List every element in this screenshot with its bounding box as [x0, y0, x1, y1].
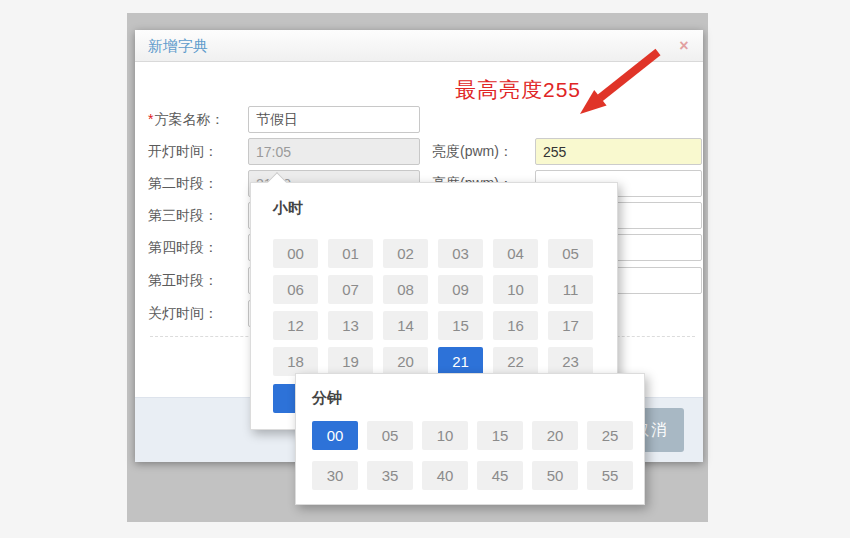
hour-cell[interactable]: 07	[328, 275, 373, 304]
minute-picker-header: 分钟	[312, 388, 342, 408]
form-row-scheme: *方案名称：	[135, 106, 703, 133]
hour-cell[interactable]: 00	[273, 239, 318, 268]
annotation-max-brightness: 最高亮度255	[455, 76, 581, 104]
minute-picker-popup: 分钟 000510152025303540455055	[295, 373, 645, 505]
minute-cell[interactable]: 00	[312, 421, 358, 450]
page: 新增字典 × *方案名称： 开灯时间： 亮度(pwm)： 第二时段： 亮度(pw…	[0, 0, 850, 538]
hour-cell[interactable]: 16	[493, 311, 538, 340]
brightness-input-1[interactable]	[535, 138, 702, 165]
period-4-label: 第四时段：	[148, 234, 246, 261]
hour-cell[interactable]: 04	[493, 239, 538, 268]
hour-cell[interactable]: 05	[548, 239, 593, 268]
hour-cell[interactable]: 20	[383, 347, 428, 376]
form-row-light-on: 开灯时间： 亮度(pwm)：	[135, 138, 703, 165]
hour-cell[interactable]: 01	[328, 239, 373, 268]
hour-cell[interactable]: 06	[273, 275, 318, 304]
minute-cell[interactable]: 50	[532, 461, 578, 490]
minute-cell[interactable]: 05	[367, 421, 413, 450]
hour-cell[interactable]: 23	[548, 347, 593, 376]
scheme-name-label: *方案名称：	[148, 106, 246, 133]
brightness-label-1: 亮度(pwm)：	[432, 138, 532, 165]
minute-cell[interactable]: 25	[587, 421, 633, 450]
hour-cell[interactable]: 03	[438, 239, 483, 268]
hour-cell[interactable]: 11	[548, 275, 593, 304]
minute-cell[interactable]: 35	[367, 461, 413, 490]
light-on-time-label: 开灯时间：	[148, 138, 246, 165]
hour-cell[interactable]: 17	[548, 311, 593, 340]
required-mark: *	[148, 111, 153, 127]
hour-picker-header: 小时	[273, 198, 303, 218]
minute-cell[interactable]: 30	[312, 461, 358, 490]
period-5-label: 第五时段：	[148, 267, 246, 294]
close-icon[interactable]: ×	[675, 37, 693, 55]
minute-cell[interactable]: 40	[422, 461, 468, 490]
hour-cell[interactable]: 02	[383, 239, 428, 268]
hour-grid: 0001020304050607080910111213141516171819…	[273, 239, 593, 376]
period-3-label: 第三时段：	[148, 202, 246, 229]
hour-cell[interactable]: 14	[383, 311, 428, 340]
period-2-label: 第二时段：	[148, 170, 246, 197]
hour-cell[interactable]: 18	[273, 347, 318, 376]
light-off-time-label: 关灯时间：	[148, 300, 246, 327]
hour-cell[interactable]: 10	[493, 275, 538, 304]
minute-cell[interactable]: 15	[477, 421, 523, 450]
hour-cell[interactable]: 22	[493, 347, 538, 376]
minute-cell[interactable]: 20	[532, 421, 578, 450]
scheme-name-input[interactable]	[248, 106, 420, 133]
hour-cell[interactable]: 15	[438, 311, 483, 340]
hour-cell[interactable]: 09	[438, 275, 483, 304]
hour-cell[interactable]: 13	[328, 311, 373, 340]
dialog-titlebar: 新增字典 ×	[135, 30, 703, 62]
minute-cell[interactable]: 45	[477, 461, 523, 490]
minute-cell[interactable]: 55	[587, 461, 633, 490]
dialog-title: 新增字典	[148, 30, 208, 62]
hour-cell[interactable]: 21	[438, 347, 483, 376]
minute-cell[interactable]: 10	[422, 421, 468, 450]
hour-cell[interactable]: 12	[273, 311, 318, 340]
hour-cell[interactable]: 08	[383, 275, 428, 304]
minute-grid: 000510152025303540455055	[312, 421, 633, 490]
hour-cell[interactable]: 19	[328, 347, 373, 376]
light-on-time-input[interactable]	[248, 138, 420, 165]
